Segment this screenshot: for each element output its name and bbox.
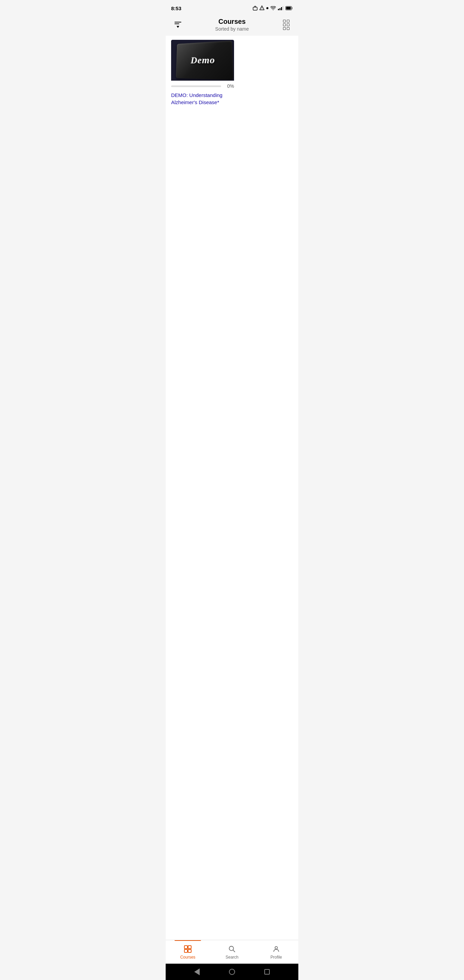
nav-courses[interactable]: Courses	[166, 940, 210, 964]
sort-label: Sorted by name	[185, 26, 279, 32]
status-icons	[253, 5, 293, 11]
profile-nav-label: Profile	[270, 955, 282, 959]
signal-icon	[278, 6, 283, 10]
svg-rect-9	[286, 7, 291, 10]
recents-button[interactable]	[263, 968, 271, 976]
back-icon	[194, 969, 200, 975]
svg-rect-5	[280, 8, 281, 10]
alert-icon	[259, 5, 264, 11]
recents-icon	[264, 969, 270, 975]
progress-text: 0%	[224, 83, 234, 89]
svg-rect-1	[262, 7, 262, 8]
dot-icon	[266, 7, 269, 9]
main-content: Demo 0% DEMO: Understanding Alzheimer's …	[166, 36, 298, 940]
course-thumbnail: Demo	[171, 40, 234, 81]
bottom-nav: Courses Search Profile	[166, 940, 298, 964]
courses-nav-label: Courses	[180, 955, 195, 959]
svg-point-3	[266, 7, 269, 9]
system-nav	[166, 964, 298, 980]
demo-key-image: Demo	[176, 40, 234, 80]
courses-icon	[183, 945, 192, 953]
progress-bar	[171, 86, 221, 87]
progress-container: 0%	[171, 81, 234, 90]
header-center: Courses Sorted by name	[185, 18, 279, 32]
svg-rect-12	[184, 950, 188, 953]
back-button[interactable]	[193, 968, 201, 976]
course-title[interactable]: DEMO: Understanding Alzheimer's Disease*	[171, 92, 234, 106]
status-bar: 8:53	[166, 0, 298, 15]
svg-rect-4	[278, 9, 279, 10]
list-icon	[283, 20, 289, 30]
svg-rect-7	[283, 6, 284, 10]
status-time: 8:53	[171, 5, 181, 11]
search-icon	[227, 945, 237, 953]
notification-icon	[253, 5, 257, 11]
svg-rect-6	[281, 7, 282, 10]
svg-rect-10	[184, 946, 188, 949]
svg-rect-0	[253, 7, 257, 10]
svg-rect-11	[188, 946, 191, 949]
home-icon	[229, 969, 235, 975]
search-nav-label: Search	[226, 955, 238, 959]
nav-profile[interactable]: Profile	[254, 940, 298, 964]
battery-icon	[285, 6, 293, 10]
svg-rect-2	[262, 9, 262, 10]
svg-rect-13	[188, 950, 191, 953]
sort-button[interactable]	[171, 18, 185, 32]
sort-icon	[175, 22, 181, 28]
demo-key-text: Demo	[191, 54, 215, 66]
course-card[interactable]: Demo 0% DEMO: Understanding Alzheimer's …	[171, 40, 234, 106]
page-title: Courses	[185, 18, 279, 25]
svg-point-15	[275, 946, 277, 949]
home-button[interactable]	[228, 968, 236, 976]
header: Courses Sorted by name	[166, 15, 298, 36]
wifi-icon	[270, 6, 276, 10]
list-view-button[interactable]	[279, 18, 293, 32]
profile-icon	[272, 945, 281, 953]
nav-search[interactable]: Search	[210, 940, 254, 964]
